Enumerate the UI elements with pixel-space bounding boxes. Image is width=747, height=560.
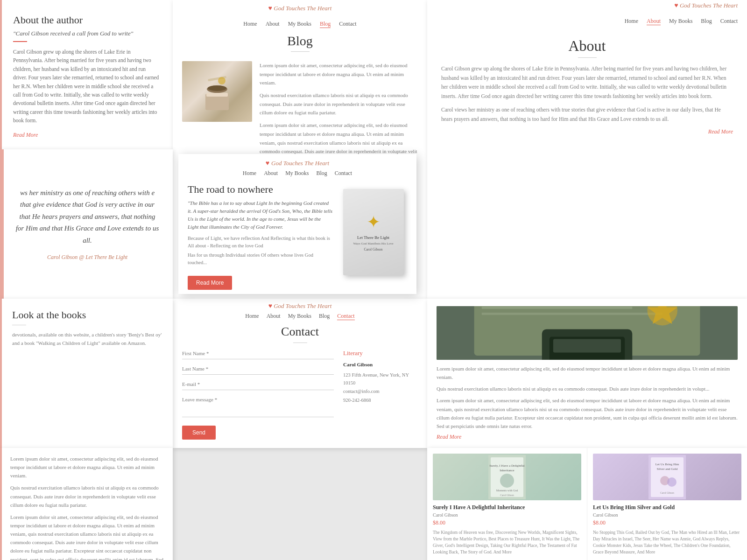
blog-post-read-more[interactable]: Read More xyxy=(437,434,738,441)
about-body-2: Carol views her ministry as one of reach… xyxy=(441,105,733,124)
book-1-title: Surely I Have A Delightful Inheritance xyxy=(433,504,581,511)
book-cover-author: Carol Gibson xyxy=(364,247,382,252)
book-panel-logo-area: ♥ God Touches The Heart xyxy=(178,154,416,169)
contact-nav-contact[interactable]: Contact xyxy=(337,313,354,320)
send-button[interactable]: Send xyxy=(182,426,216,440)
contact-form: Send xyxy=(182,348,334,448)
email-input[interactable] xyxy=(182,378,334,390)
blog-post-visual xyxy=(437,306,738,360)
about-logo-heart: ♥ xyxy=(674,2,678,9)
contact-type: Literary xyxy=(343,348,418,358)
books-look-divider xyxy=(12,325,26,325)
contact-logo: ♥ God Touches The Heart xyxy=(173,299,427,312)
book-nav-home[interactable]: Home xyxy=(243,170,256,177)
book-nav-blog[interactable]: Blog xyxy=(317,170,327,177)
book-2-cover-visual: Let Us Bring Him Silver and Gold Carol G… xyxy=(648,455,686,499)
coffee-book-icon xyxy=(196,70,238,112)
message-input[interactable] xyxy=(182,394,334,417)
red-divider xyxy=(13,41,27,42)
quote-attribution: Carol Gibson @ Let There Be Light xyxy=(15,254,160,261)
about-body-1: Carol Gibson grew up along the shores of… xyxy=(441,64,733,101)
contact-panel: ♥ God Touches The Heart Home About My Bo… xyxy=(173,299,427,448)
svg-rect-10 xyxy=(482,313,662,315)
book-item-2: Let Us Bring Him Silver and Gold Carol G… xyxy=(587,448,747,560)
book-cover: ✦ Let There Be Light Ways God Manifests … xyxy=(343,189,404,275)
about-nav: Home About My Books Blog Contact xyxy=(427,11,747,28)
about-title: About xyxy=(441,37,733,55)
svg-text:Carol Gibson: Carol Gibson xyxy=(500,494,514,497)
about-nav-home[interactable]: Home xyxy=(625,18,638,25)
book-2-price: $8.00 xyxy=(593,519,741,526)
contact-nav-blog[interactable]: Blog xyxy=(319,313,330,320)
book-cover-2: Let Us Bring Him Silver and Gold Carol G… xyxy=(593,454,741,500)
books-list-panel: Surely, I Have a Delightful Inheritance … xyxy=(427,448,747,560)
book-item-1: Surely, I Have a Delightful Inheritance … xyxy=(427,448,587,560)
accent-bar xyxy=(0,0,2,149)
about-read-more[interactable]: Read More xyxy=(441,128,733,135)
svg-text:Inheritance: Inheritance xyxy=(500,469,514,472)
blog-post-p2: Quis nostrud exercitation ullamco labori… xyxy=(437,385,738,393)
book-nav-about[interactable]: About xyxy=(264,170,278,177)
contact-nav-about[interactable]: About xyxy=(267,313,281,320)
book-2-author: Carol Gibson xyxy=(593,512,741,518)
svg-rect-13 xyxy=(553,339,621,352)
quote-panel: ws her ministry as one of reaching other… xyxy=(0,149,173,299)
author-read-more[interactable]: Read More xyxy=(13,132,38,139)
book-1-cover-visual: Surely, I Have a Delightful Inheritance … xyxy=(488,455,526,499)
blog-nav-home[interactable]: Home xyxy=(243,21,257,28)
book-1-desc: The Kingdom of Heaven was free, Discover… xyxy=(433,529,581,556)
blog-nav-about[interactable]: About xyxy=(266,21,280,28)
blog-para-2: Quis nostrud exercitation ullamco labori… xyxy=(260,91,418,117)
blog-logo: ♥ God Touches The Heart xyxy=(173,0,427,14)
svg-rect-9 xyxy=(482,307,633,309)
svg-text:Moments with God: Moments with God xyxy=(496,489,518,492)
book-panel-left: The road to nowhere "The Bible has a lot… xyxy=(188,183,333,280)
logo-text: God Touches The Heart xyxy=(274,5,331,12)
svg-text:Surely, I Have a Delightful: Surely, I Have a Delightful xyxy=(489,464,525,468)
blog-para-1: Lorem ipsum dolor sit amet, consectetur … xyxy=(260,61,418,87)
last-name-input[interactable] xyxy=(182,363,334,375)
about-logo-text: God Touches The Heart xyxy=(680,2,738,9)
book-cover-1: Surely, I Have a Delightful Inheritance … xyxy=(433,454,581,500)
contact-phone: 920-242-6868 xyxy=(343,396,418,405)
blog-featured-image xyxy=(182,61,252,122)
blog-nav-mybooks[interactable]: My Books xyxy=(288,21,311,28)
small-author-p3: Lorem ipsum dolor sit amet, consectetur … xyxy=(10,513,164,560)
blog-nav-contact[interactable]: Contact xyxy=(339,21,356,28)
book-center-panel: ♥ God Touches The Heart Home About My Bo… xyxy=(178,154,416,294)
book-panel-quote: "The Bible has a lot to say about Light … xyxy=(188,199,333,231)
book-panel-content: The road to nowhere "The Bible has a lot… xyxy=(178,181,416,283)
book-nav-contact[interactable]: Contact xyxy=(335,170,352,177)
about-nav-contact[interactable]: Contact xyxy=(720,18,738,25)
blog-nav-blog[interactable]: Blog xyxy=(320,21,331,28)
about-nav-mybooks[interactable]: My Books xyxy=(669,18,692,25)
about-panel: ♥ God Touches The Heart Home About My Bo… xyxy=(427,0,747,299)
author-subtitle: "Carol Gibson received a call from God t… xyxy=(13,30,160,37)
book-nav-mybooks[interactable]: My Books xyxy=(285,170,309,177)
author-title: About the author xyxy=(13,14,160,26)
svg-point-21 xyxy=(500,474,514,488)
contact-nav-home[interactable]: Home xyxy=(245,313,259,320)
about-logo: ♥ God Touches The Heart xyxy=(427,0,747,11)
book-panel-heart-icon: ♥ xyxy=(266,160,269,167)
logo-heart-icon: ♥ xyxy=(268,5,272,12)
author-body: Carol Gibson grew up along the shores of… xyxy=(13,48,160,125)
book-1-author: Carol Gibson xyxy=(433,512,581,518)
books-look-panel: Look at the books devotionals, available… xyxy=(0,299,173,448)
contact-nav-mybooks[interactable]: My Books xyxy=(288,313,311,320)
about-divider xyxy=(578,57,597,58)
contact-info: Literary Carol Gibson 123 Fifth Avenue, … xyxy=(343,348,418,448)
svg-point-29 xyxy=(667,477,677,487)
svg-text:Let Us Bring Him: Let Us Bring Him xyxy=(655,462,679,466)
books-look-text: devotionals, available on this website, … xyxy=(12,331,162,347)
svg-point-5 xyxy=(218,77,226,84)
book-panel-read-more[interactable]: Read More xyxy=(188,276,232,290)
about-nav-about[interactable]: About xyxy=(647,18,661,25)
first-name-input[interactable] xyxy=(182,348,334,359)
book-2-title: Let Us Bring Him Silver and Gold xyxy=(593,504,741,511)
books-look-title: Look at the books xyxy=(12,309,162,321)
about-nav-blog[interactable]: Blog xyxy=(701,18,712,25)
book-panel-nav: Home About My Books Blog Contact xyxy=(178,169,416,181)
book-panel-cover-area: ✦ Let There Be Light Ways God Manifests … xyxy=(339,183,407,280)
book-panel-desc2: Has for us through Individual stories Of… xyxy=(188,252,333,267)
